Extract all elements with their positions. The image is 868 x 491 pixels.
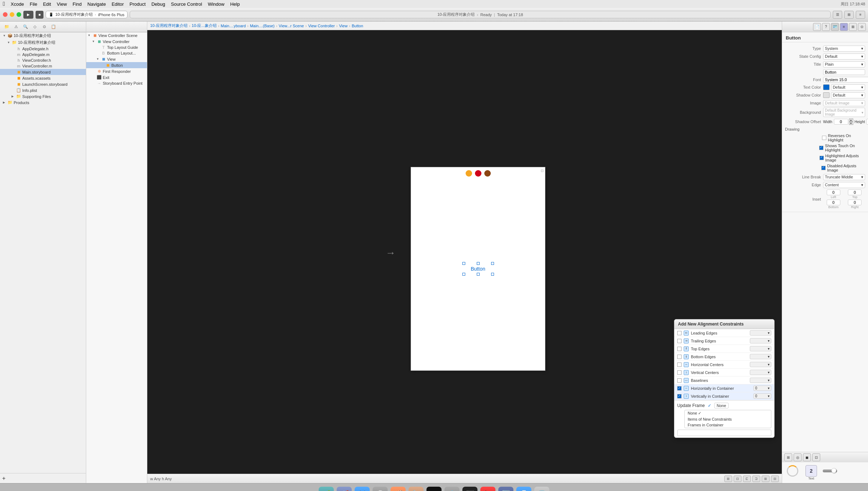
- attributes-inspector-icon[interactable]: ≡: [840, 23, 848, 31]
- title-dropdown[interactable]: Plain ▾: [823, 61, 865, 67]
- lib-btn-1[interactable]: ⊞: [784, 453, 792, 461]
- horizontal-centers-dropdown[interactable]: ▾: [750, 362, 771, 367]
- type-dropdown[interactable]: System ▾: [823, 46, 865, 52]
- stop-button[interactable]: ■: [36, 11, 43, 19]
- close-button[interactable]: [3, 12, 8, 17]
- horizontal-checkbox[interactable]: [677, 363, 682, 367]
- scene-item-vc-scene[interactable]: ▼ ◼ View Controller Scene: [86, 32, 147, 38]
- font-field[interactable]: [823, 77, 868, 83]
- constraint-btn[interactable]: ⊡: [734, 476, 742, 482]
- lib-btn-2[interactable]: ◎: [794, 453, 802, 461]
- bottom-edges-dropdown[interactable]: ▾: [750, 354, 771, 359]
- dock-dev-tools[interactable]: 🔧: [408, 487, 424, 491]
- history-btn[interactable]: ⊙: [40, 23, 48, 31]
- dock-finder[interactable]: 🗂️: [319, 487, 334, 491]
- menu-editor[interactable]: Editor: [112, 1, 124, 7]
- vert-container-checkbox[interactable]: [677, 394, 682, 398]
- menu-option-items[interactable]: Items of New Constraints: [685, 416, 771, 422]
- right-inset-input[interactable]: [848, 200, 862, 205]
- handle-tl[interactable]: [462, 262, 465, 265]
- tree-item-appdelegate-h[interactable]: ▶ h AppDelegate.h: [0, 46, 86, 52]
- scene-item-first-responder[interactable]: ▶ ⊕ First Responder: [86, 68, 147, 74]
- scheme-selector[interactable]: 📱 10-应用程序对象介绍 › iPhone 6s Plus: [46, 11, 128, 18]
- zoom-btn[interactable]: ⊏: [743, 476, 751, 482]
- connections-inspector-icon[interactable]: ⊙: [858, 23, 866, 31]
- tree-item-viewcontroller-m[interactable]: ▶ m ViewController.m: [0, 63, 86, 69]
- reverses-checkbox[interactable]: [822, 136, 826, 140]
- canvas-content[interactable]: → ⊡: [147, 32, 782, 474]
- menu-option-none[interactable]: None ✓: [685, 410, 771, 416]
- trailing-dropdown[interactable]: ▾: [750, 338, 771, 343]
- bottom-inset-input[interactable]: [827, 200, 840, 205]
- maximize-button[interactable]: [17, 12, 21, 17]
- minimize-button[interactable]: [10, 12, 14, 17]
- text-color-swatch[interactable]: [823, 84, 830, 90]
- scene-item-bottom-layout[interactable]: ▶ B Bottom Layout...: [86, 50, 147, 56]
- line-break-dropdown[interactable]: Truncate Middle ▾: [823, 174, 865, 180]
- menu-source-control[interactable]: Source Control: [171, 1, 202, 7]
- tree-item-group1[interactable]: ▼ 📁 10-应用程序对象介绍: [0, 39, 86, 46]
- vertical-centers-dropdown[interactable]: ▾: [750, 370, 771, 375]
- bc-folder[interactable]: 10-应...象介绍: [192, 23, 217, 28]
- shadow-height-input[interactable]: [866, 119, 868, 125]
- warning-btn[interactable]: ⚠: [12, 23, 20, 31]
- tree-item-launch-storyboard[interactable]: ▶ ◼ LaunchScreen.storyboard: [0, 81, 86, 87]
- handle-bc[interactable]: [477, 273, 480, 276]
- tree-item-supporting-files[interactable]: ▶ 📁 Supporting Files: [0, 93, 86, 99]
- highlighted-checkbox[interactable]: [819, 156, 824, 160]
- button-selection[interactable]: Button: [464, 263, 493, 274]
- tree-item-main-storyboard[interactable]: ▶ ◼ Main.storyboard: [0, 69, 86, 75]
- scene-item-button[interactable]: ▶ ◼ Button: [86, 62, 147, 68]
- background-dropdown[interactable]: Default Background Image ▾: [823, 108, 865, 117]
- handle-bl[interactable]: [462, 273, 465, 276]
- top-inset-input[interactable]: [848, 190, 862, 195]
- bottom-checkbox[interactable]: [677, 355, 682, 359]
- canvas-collapse-btn[interactable]: ⊡: [541, 169, 544, 173]
- add-constraints-button-area[interactable]: [677, 430, 771, 436]
- breakpoint-btn[interactable]: ◇: [31, 23, 39, 31]
- menu-find[interactable]: Find: [73, 1, 82, 7]
- state-dropdown[interactable]: Default ▾: [823, 53, 865, 60]
- tree-item-viewcontroller-h[interactable]: ▶ h ViewController.h: [0, 57, 86, 63]
- size-inspector-icon[interactable]: ⊞: [849, 23, 857, 31]
- trailing-checkbox[interactable]: [677, 339, 682, 343]
- scene-item-top-layout[interactable]: ▶ T Top Layout Guide: [86, 45, 147, 50]
- top-edges-dropdown[interactable]: ▾: [750, 346, 771, 351]
- baselines-checkbox[interactable]: [677, 378, 682, 383]
- lib-item-slider[interactable]: [821, 464, 839, 482]
- dock-black[interactable]: ⬛: [462, 487, 477, 491]
- bc-scene[interactable]: View...r Scene: [279, 24, 304, 28]
- none-option[interactable]: None: [714, 403, 729, 408]
- tree-item-info-plist[interactable]: ▶ 📋 Info.plist: [0, 87, 86, 93]
- scene-item-view[interactable]: ▼ ◼ View: [86, 56, 147, 62]
- dock-trash[interactable]: 🗑️: [534, 487, 549, 491]
- vert-container-dropdown[interactable]: 0▾: [753, 393, 771, 399]
- dock-launchpad[interactable]: 🚀: [337, 487, 352, 491]
- dock-terminal[interactable]: $_: [426, 487, 442, 491]
- text-color-dropdown[interactable]: Default ▾: [831, 84, 865, 90]
- navigator-toggle[interactable]: ☰: [833, 11, 842, 19]
- shows-touch-checkbox[interactable]: [819, 146, 823, 150]
- lib-btn-4[interactable]: ⊡: [812, 453, 820, 461]
- dock-video[interactable]: 🎬: [391, 487, 406, 491]
- dock-parrot[interactable]: 🦅: [480, 487, 495, 491]
- horiz-container-checkbox[interactable]: [677, 386, 682, 391]
- menu-help[interactable]: Help: [230, 1, 240, 7]
- handle-tr[interactable]: [491, 262, 494, 265]
- menu-view[interactable]: View: [57, 1, 67, 7]
- scene-item-exit[interactable]: ▶ ⬛ Exit: [86, 74, 147, 80]
- menu-debug[interactable]: Debug: [151, 1, 165, 7]
- edge-dropdown[interactable]: Content ▾: [823, 182, 865, 188]
- menu-option-frames[interactable]: Frames in Container: [685, 422, 771, 428]
- run-button[interactable]: ▶: [23, 11, 33, 19]
- left-inset-input[interactable]: [827, 190, 840, 195]
- assistant-toggle[interactable]: ⊞: [844, 11, 854, 19]
- shadow-width-up[interactable]: ▲: [849, 118, 853, 122]
- search-btn[interactable]: 🔍: [22, 23, 29, 31]
- grid-btn[interactable]: ⊞: [724, 476, 732, 482]
- leading-checkbox[interactable]: [677, 331, 682, 335]
- scene-item-entry-point[interactable]: ▶ → Storyboard Entry Point: [86, 80, 147, 86]
- canvas-button-container[interactable]: Button: [464, 263, 493, 274]
- folder-btn[interactable]: 📁: [3, 23, 11, 31]
- handle-tc[interactable]: [477, 262, 480, 265]
